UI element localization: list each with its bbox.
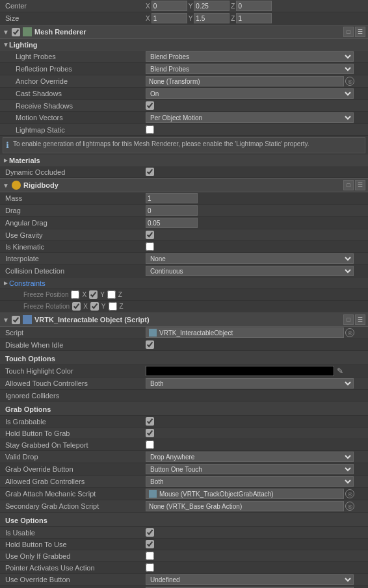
mass-row: Mass	[0, 192, 368, 205]
rigidbody-icon	[12, 181, 21, 190]
allowed-grab-select[interactable]: Both	[146, 476, 354, 487]
hold-button-grab-checkbox[interactable]	[146, 429, 154, 437]
grab-attach-label: Grab Attach Mechanic Script	[3, 490, 146, 498]
grab-attach-target[interactable]: ◎	[345, 489, 354, 498]
freeze-position-y[interactable]	[89, 290, 98, 299]
collision-detection-select[interactable]: Continuous	[146, 266, 354, 276]
grab-override-value: Button One Touch	[146, 464, 365, 474]
receive-shadows-checkbox[interactable]	[146, 101, 154, 110]
use-gravity-checkbox[interactable]	[146, 231, 154, 239]
allowed-touch-select[interactable]: Both	[146, 378, 354, 389]
motion-vectors-select[interactable]: Per Object Motion	[146, 112, 354, 123]
secondary-grab-ref: None (VRTK_Base Grab Action)	[146, 501, 344, 511]
use-override-row: Use Override Button Undefined	[0, 574, 368, 586]
drag-input[interactable]	[146, 205, 198, 216]
vrtk-settings-icon[interactable]: ☰	[355, 314, 365, 325]
rigidbody-save-icon[interactable]: □	[343, 180, 354, 190]
center-y-input[interactable]	[194, 1, 230, 11]
lightmap-static-row: Lightmap Static	[0, 124, 368, 136]
grab-override-select[interactable]: Button One Touch	[146, 464, 354, 474]
reflection-probes-select[interactable]: Blend Probes	[146, 64, 354, 74]
lighting-section-header[interactable]: ▼ Lighting	[0, 39, 368, 51]
lighting-fold-icon[interactable]: ▼	[3, 42, 9, 48]
touch-color-edit-icon[interactable]: ✎	[337, 366, 343, 376]
freeze-rotation-z[interactable]	[109, 302, 117, 311]
fr-x-label: X	[83, 303, 88, 310]
vrtk-save-icon[interactable]: □	[343, 314, 354, 325]
cast-shadows-label: Cast Shadows	[3, 90, 146, 97]
secondary-grab-target[interactable]: ◎	[345, 502, 354, 511]
motion-vectors-row: Motion Vectors Per Object Motion	[0, 112, 368, 124]
vrtk-icon	[23, 315, 32, 324]
dynamic-occluded-label: Dynamic Occluded	[3, 168, 146, 176]
valid-drop-label: Valid Drop	[3, 453, 146, 461]
info-text: To enable generation of lightmaps for th…	[13, 140, 309, 147]
mesh-renderer-fold-icon[interactable]: ▼	[3, 29, 9, 35]
freeze-position-z[interactable]	[107, 290, 116, 299]
stay-grabbed-checkbox[interactable]	[146, 441, 154, 449]
constraints-fold-icon[interactable]: ►	[3, 280, 9, 287]
is-kinematic-checkbox[interactable]	[146, 242, 154, 251]
light-probes-value: Blend Probes	[146, 51, 365, 62]
mesh-renderer-save-icon[interactable]: □	[343, 27, 354, 37]
anchor-override-value: None (Transform) ◎	[146, 76, 365, 86]
cast-shadows-select[interactable]: On	[146, 88, 354, 99]
size-z-input[interactable]	[236, 13, 272, 23]
size-y-input[interactable]	[194, 13, 230, 23]
angular-drag-input[interactable]	[146, 218, 198, 228]
mesh-renderer-settings-icon[interactable]: ☰	[355, 27, 365, 37]
is-usable-checkbox[interactable]	[146, 528, 154, 537]
constraints-header[interactable]: ► Constraints	[0, 277, 368, 289]
vrtk-enabled-checkbox[interactable]	[12, 316, 20, 324]
script-target[interactable]: ◎	[345, 328, 354, 337]
size-x-input[interactable]	[151, 13, 187, 23]
rigidbody-fold-icon[interactable]: ▼	[3, 182, 9, 188]
interpolate-select[interactable]: None	[146, 253, 354, 264]
use-gravity-label: Use Gravity	[3, 231, 146, 239]
collision-detection-row: Collision Detection Continuous	[0, 265, 368, 277]
dynamic-occluded-checkbox[interactable]	[146, 168, 154, 176]
constraints-label: Constraints	[9, 279, 46, 287]
is-grabbable-checkbox[interactable]	[146, 417, 154, 426]
motion-vectors-label: Motion Vectors	[3, 114, 146, 121]
vrtk-icons: □ ☰	[343, 314, 365, 325]
size-value: X Y Z	[146, 13, 365, 23]
grab-override-row: Grab Override Button Button One Touch	[0, 463, 368, 476]
grab-options-section: Grab Options	[0, 402, 368, 416]
freeze-rotation-x[interactable]	[72, 302, 81, 311]
anchor-override-text: None (Transform)	[149, 78, 200, 85]
disable-idle-checkbox[interactable]	[146, 340, 154, 349]
materials-section-header[interactable]: ► Materials	[0, 155, 368, 166]
is-kinematic-label: Is Kinematic	[3, 243, 146, 251]
vrtk-fold-icon[interactable]: ▼	[3, 316, 9, 323]
pointer-activates-checkbox[interactable]	[146, 563, 154, 572]
mass-input[interactable]	[146, 193, 198, 203]
touch-color-swatch[interactable]	[146, 366, 334, 376]
rigidbody-header[interactable]: ▼ Rigidbody □ ☰	[0, 178, 368, 192]
center-x-input[interactable]	[151, 1, 187, 11]
use-only-grabbed-row: Use Only If Grabbed	[0, 550, 368, 562]
use-override-select[interactable]: Undefined	[146, 574, 354, 585]
is-grabbable-value	[146, 417, 365, 426]
fp-y-label: Y	[100, 291, 105, 298]
light-probes-select[interactable]: Blend Probes	[146, 51, 354, 62]
rigidbody-settings-icon[interactable]: ☰	[355, 180, 365, 190]
use-only-grabbed-checkbox[interactable]	[146, 552, 154, 560]
freeze-position-x[interactable]	[71, 290, 79, 299]
lightmap-static-checkbox[interactable]	[146, 125, 154, 134]
hold-button-use-checkbox[interactable]	[146, 540, 154, 548]
is-grabbable-row: Is Grabbable	[0, 416, 368, 428]
is-grabbable-label: Is Grabbable	[3, 418, 146, 426]
freeze-rotation-y[interactable]	[90, 302, 99, 311]
mesh-renderer-title: Mesh Renderer	[34, 28, 86, 36]
valid-drop-select[interactable]: Drop Anywhere	[146, 452, 354, 462]
size-z-label: Z	[231, 15, 235, 22]
center-z-input[interactable]	[236, 1, 272, 11]
lighting-label: Lighting	[9, 41, 37, 49]
materials-fold-icon[interactable]: ►	[3, 157, 9, 164]
vrtk-header[interactable]: ▼ VRTK_Interactable Object (Script) □ ☰	[0, 313, 368, 327]
mesh-renderer-header[interactable]: ▼ Mesh Renderer □ ☰	[0, 25, 368, 39]
anchor-override-target[interactable]: ◎	[345, 77, 354, 86]
lightmap-static-label: Lightmap Static	[3, 126, 146, 134]
mesh-renderer-enabled-checkbox[interactable]	[12, 28, 20, 36]
